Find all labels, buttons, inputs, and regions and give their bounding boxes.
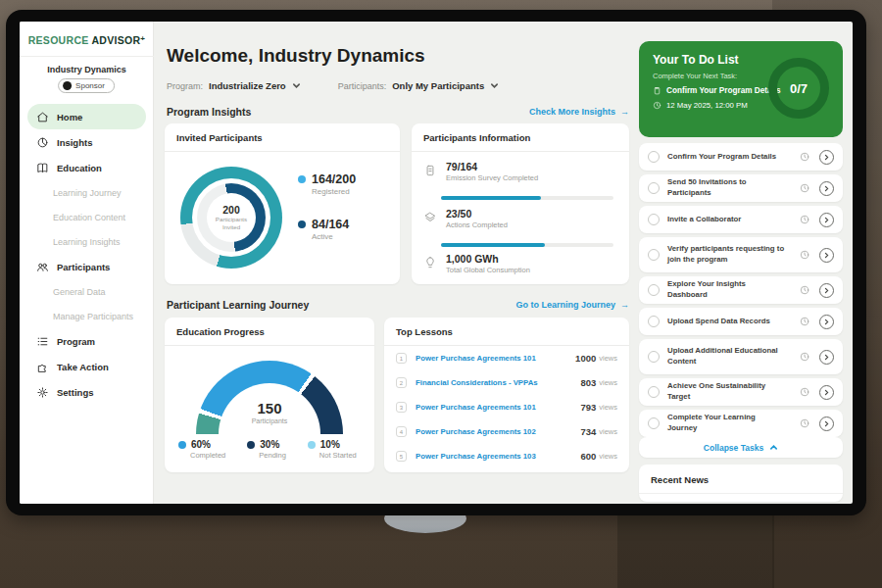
task-row-confirm-program[interactable]: Confirm Your Program Details: [639, 143, 843, 171]
chevron-down-icon: [292, 81, 301, 90]
go-to-learning-journey-link[interactable]: Go to Learning Journey →: [515, 300, 629, 310]
sidebar-item-label: Learning Journey: [53, 188, 122, 198]
gauge-center-value: 150: [196, 400, 343, 416]
link-label: Go to Learning Journey: [515, 300, 615, 310]
lesson-row: 2 Financial Considerations - VPPAs 803 v…: [384, 370, 629, 395]
sidebar-item-label: Participants: [57, 262, 110, 272]
sidebar-item-education-content[interactable]: Education Content: [27, 205, 146, 229]
logo-plus: +: [140, 34, 145, 43]
task-open-button[interactable]: [819, 315, 834, 329]
legend-item-registered: 164/200 Registered: [298, 172, 356, 196]
task-row-upload-spend-data[interactable]: Upload Spend Data Records: [639, 308, 843, 335]
task-checkbox[interactable]: [648, 182, 660, 194]
dashboard-screen: RESOURCE ADVISOR+ Industry Dynamics Spon…: [20, 22, 853, 504]
task-open-button[interactable]: [819, 350, 834, 365]
sidebar-item-take-action[interactable]: Take Action: [27, 354, 146, 379]
sidebar-item-general-data[interactable]: General Data: [27, 279, 146, 304]
task-open-button[interactable]: [819, 283, 834, 298]
sidebar-item-insights[interactable]: Insights: [27, 129, 146, 155]
sidebar-item-program[interactable]: Program: [27, 328, 146, 354]
task-checkbox[interactable]: [648, 316, 660, 327]
collapse-tasks-button[interactable]: Collapse Tasks: [639, 437, 843, 458]
program-select[interactable]: Program: Industrialize Zero: [167, 80, 301, 91]
task-row-verify-participants[interactable]: Verify participants requesting to join t…: [639, 237, 843, 272]
views-word: views: [599, 354, 617, 363]
lesson-link[interactable]: Financial Considerations - VPPAs: [416, 378, 580, 387]
registered-dot: [298, 175, 306, 183]
task-open-button[interactable]: [819, 181, 834, 196]
task-row-send-invitations[interactable]: Send 50 Invitations to Participants: [639, 174, 843, 202]
active-value: 84/164: [312, 218, 349, 231]
donut-center-value: 200: [222, 204, 240, 216]
task-row-explore-insights[interactable]: Explore Your Insights Dashboard: [639, 276, 843, 304]
task-checkbox[interactable]: [648, 214, 660, 225]
legend-item-not-started: 10% Not Started: [308, 439, 357, 460]
task-checkbox[interactable]: [648, 151, 660, 163]
learning-journey-title: Participant Learning Journey: [167, 299, 309, 311]
task-open-button[interactable]: [819, 416, 834, 431]
task-checkbox[interactable]: [648, 386, 660, 398]
todo-progress-value: 0/7: [790, 81, 808, 96]
legend-item-active: 84/164 Active: [298, 218, 356, 241]
lesson-rank: 1: [396, 353, 407, 364]
actions-icon: [423, 211, 437, 224]
completed-dot: [178, 441, 186, 449]
todo-summary-card: Your To Do List Complete Your Next Task:…: [639, 41, 843, 137]
lightbulb-icon: [423, 256, 437, 270]
task-row-achieve-target[interactable]: Achieve One Sustainability Target: [639, 378, 843, 406]
sponsor-badge: Sponsor: [58, 78, 115, 93]
sidebar-item-manage-participants[interactable]: Manage Participants: [27, 304, 146, 328]
task-checkbox[interactable]: [648, 249, 660, 261]
sidebar-item-label: Take Action: [57, 362, 109, 372]
registered-value: 164/200: [312, 172, 356, 186]
check-more-insights-link[interactable]: Check More Insights →: [529, 107, 629, 117]
views-word: views: [599, 452, 617, 461]
home-icon: [36, 111, 49, 123]
logo-secondary: ADVISOR: [91, 34, 140, 46]
org-name: Industry Dynamics: [20, 65, 154, 74]
sidebar-item-home[interactable]: Home: [27, 104, 146, 129]
lesson-row: 3 Power Purchase Agreements 101 793 view…: [384, 395, 629, 419]
sidebar-item-participants[interactable]: Participants: [27, 254, 146, 279]
lesson-link[interactable]: Power Purchase Agreements 102: [416, 427, 580, 436]
task-open-button[interactable]: [819, 150, 834, 165]
lesson-link[interactable]: Power Purchase Agreements 103: [416, 452, 580, 461]
logo-primary: RESOURCE: [28, 34, 89, 46]
active-label: Active: [312, 232, 356, 241]
lesson-link[interactable]: Power Purchase Agreements 101: [416, 403, 580, 412]
sponsor-label: Sponsor: [75, 81, 105, 90]
lesson-row: 5 Power Purchase Agreements 103 600 view…: [384, 444, 629, 468]
list-icon: [36, 335, 49, 348]
task-row-complete-learning-journey[interactable]: Complete Your Learning Journey: [639, 410, 843, 437]
views-word: views: [599, 403, 617, 412]
task-checkbox[interactable]: [648, 351, 660, 363]
task-row-invite-collaborator[interactable]: Invite a Collaborator: [639, 206, 843, 233]
task-open-button[interactable]: [819, 385, 834, 400]
sidebar-item-learning-insights[interactable]: Learning Insights: [27, 229, 146, 254]
gauge-legend: 60% Completed 30% Pending 10% Not Starte…: [178, 439, 357, 460]
lesson-row: 1 Power Purchase Agreements 101 1000 vie…: [384, 346, 629, 370]
stat-actions-completed: 23/50 Actions Completed: [423, 208, 508, 229]
task-checkbox[interactable]: [648, 284, 660, 296]
recent-news-title: Recent News: [639, 465, 843, 494]
sidebar-item-education[interactable]: Education: [27, 155, 146, 180]
lesson-link[interactable]: Power Purchase Agreements 101: [416, 354, 575, 363]
sidebar: RESOURCE ADVISOR+ Industry Dynamics Spon…: [20, 22, 154, 504]
not-started-dot: [308, 441, 316, 449]
sidebar-item-learning-journey[interactable]: Learning Journey: [27, 180, 146, 205]
book-icon: [36, 162, 49, 174]
sidebar-item-settings[interactable]: Settings: [27, 379, 146, 405]
emission-survey-progress-bar: [441, 196, 613, 200]
task-open-button[interactable]: [819, 248, 834, 263]
participants-select[interactable]: Participants: Only My Participants: [338, 80, 500, 91]
top-lessons-card: Top Lessons 1 Power Purchase Agreements …: [384, 318, 629, 472]
clock-icon: [800, 250, 809, 260]
stat-label: Emission Survey Completed: [446, 173, 538, 182]
task-checkbox[interactable]: [648, 417, 660, 429]
link-label: Check More Insights: [529, 107, 615, 117]
donut-legend: 164/200 Registered 84/164 Active: [298, 172, 356, 263]
task-open-button[interactable]: [819, 213, 834, 227]
program-insights-title: Program Insights: [167, 106, 251, 118]
task-row-upload-educational-content[interactable]: Upload Additional Educational Content: [639, 339, 843, 374]
lesson-views: 734: [580, 426, 596, 437]
